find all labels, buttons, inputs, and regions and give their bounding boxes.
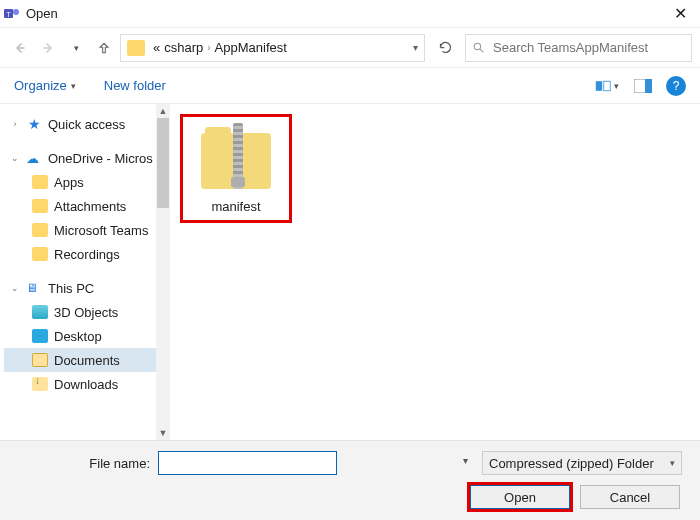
dialog-title: Open (26, 6, 664, 21)
folder-icon (32, 247, 48, 261)
tree-label: Documents (54, 353, 120, 368)
arrow-left-icon (11, 39, 29, 57)
preview-pane-icon (634, 79, 652, 93)
close-button[interactable]: ✕ (664, 4, 696, 23)
tree-item[interactable]: 3D Objects (4, 300, 170, 324)
cancel-button-label: Cancel (610, 490, 650, 505)
zip-folder-icon (197, 123, 275, 193)
view-options-button[interactable]: ▾ (594, 75, 620, 97)
scroll-up-arrow[interactable]: ▲ (156, 104, 170, 118)
tree-label: Recordings (54, 247, 120, 262)
tree-label: Apps (54, 175, 84, 190)
tree-item-documents[interactable]: Documents (4, 348, 170, 372)
filename-label: File name: (80, 456, 150, 471)
nav-up-button[interactable] (92, 36, 116, 60)
svg-line-4 (480, 49, 483, 52)
view-icon (595, 79, 611, 93)
folder-icon (32, 175, 48, 189)
chevron-down-icon: ▾ (71, 81, 76, 91)
teams-icon: T (4, 6, 20, 22)
refresh-icon (438, 40, 453, 55)
refresh-button[interactable] (429, 34, 461, 62)
tree-label: This PC (48, 281, 94, 296)
new-folder-button[interactable]: New folder (104, 78, 166, 93)
tree-label: OneDrive - Micros (48, 151, 153, 166)
breadcrumb-part[interactable]: AppManifest (213, 40, 289, 55)
organize-menu[interactable]: Organize ▾ (14, 78, 76, 93)
tree-label: Microsoft Teams (54, 223, 148, 238)
nav-back-button[interactable] (8, 36, 32, 60)
svg-rect-8 (645, 79, 652, 93)
scrollbar-track[interactable]: ▲ ▼ (156, 104, 170, 440)
filter-label: Compressed (zipped) Folder (489, 456, 654, 471)
tree-label: 3D Objects (54, 305, 118, 320)
tree-item[interactable]: Downloads (4, 372, 170, 396)
open-button-label: Open (504, 490, 536, 505)
filename-dropdown[interactable]: ▾ (463, 455, 468, 466)
file-type-filter[interactable]: Compressed (zipped) Folder ▾ (482, 451, 682, 475)
tree-label: Downloads (54, 377, 118, 392)
tree-this-pc[interactable]: ⌄ 🖥 This PC (4, 276, 170, 300)
arrow-right-icon (39, 39, 57, 57)
quick-access-icon: ★ (26, 117, 42, 131)
3d-objects-icon (32, 305, 48, 319)
help-icon: ? (673, 79, 680, 93)
organize-label: Organize (14, 78, 67, 93)
folder-icon (127, 40, 145, 56)
tree-item[interactable]: Microsoft Teams (4, 218, 170, 242)
search-input[interactable] (491, 39, 685, 56)
cancel-button[interactable]: Cancel (580, 485, 680, 509)
chevron-down-icon: ▾ (614, 81, 619, 91)
help-button[interactable]: ? (666, 76, 686, 96)
scroll-down-arrow[interactable]: ▼ (156, 426, 170, 440)
tree-item[interactable]: Desktop (4, 324, 170, 348)
collapse-icon[interactable]: ⌄ (10, 153, 20, 163)
address-bar[interactable]: « csharp › AppManifest ▾ (120, 34, 425, 62)
scrollbar-thumb[interactable] (157, 118, 169, 208)
open-button[interactable]: Open (470, 485, 570, 509)
tree-quick-access[interactable]: › ★ Quick access (4, 112, 170, 136)
tree-label: Attachments (54, 199, 126, 214)
folder-icon (32, 223, 48, 237)
arrow-up-icon (96, 40, 112, 56)
chevron-down-icon: ▾ (74, 43, 79, 53)
tree-item[interactable]: Recordings (4, 242, 170, 266)
preview-pane-button[interactable] (630, 75, 656, 97)
svg-rect-5 (596, 81, 602, 91)
nav-forward-button[interactable] (36, 36, 60, 60)
collapse-icon[interactable]: ⌄ (10, 283, 20, 293)
onedrive-icon: ☁ (26, 151, 42, 165)
documents-icon (32, 353, 48, 367)
search-icon (472, 41, 485, 54)
chevron-right-icon: › (205, 42, 212, 53)
svg-point-1 (13, 9, 19, 15)
nav-recent-button[interactable]: ▾ (64, 36, 88, 60)
tree-item[interactable]: Attachments (4, 194, 170, 218)
downloads-icon (32, 377, 48, 391)
tree-label: Desktop (54, 329, 102, 344)
tree-item[interactable]: Apps (4, 170, 170, 194)
svg-rect-6 (604, 81, 610, 91)
expand-icon[interactable]: › (10, 119, 20, 129)
this-pc-icon: 🖥 (26, 281, 42, 295)
desktop-icon (32, 329, 48, 343)
nav-tree: ▲ ▼ › ★ Quick access ⌄ ☁ OneDrive - Micr… (0, 104, 170, 440)
tree-onedrive[interactable]: ⌄ ☁ OneDrive - Micros (4, 146, 170, 170)
search-box[interactable] (465, 34, 692, 62)
svg-text:T: T (7, 10, 12, 17)
folder-icon (32, 199, 48, 213)
file-area[interactable]: manifest (170, 104, 700, 440)
address-dropdown[interactable]: ▾ (413, 42, 418, 53)
chevron-down-icon: ▾ (670, 458, 675, 468)
svg-point-3 (474, 43, 481, 50)
file-item-manifest[interactable]: manifest (180, 114, 292, 223)
file-label: manifest (197, 199, 275, 214)
tree-label: Quick access (48, 117, 125, 132)
breadcrumb-prefix: « (151, 40, 162, 55)
filename-input[interactable] (158, 451, 337, 475)
breadcrumb-part[interactable]: csharp (162, 40, 205, 55)
